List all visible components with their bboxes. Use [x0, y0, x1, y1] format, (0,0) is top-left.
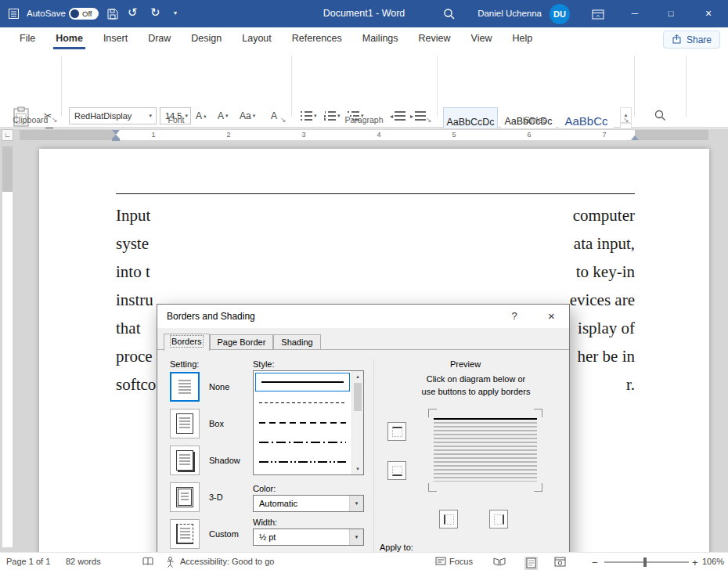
- top-border-toggle-button[interactable]: [387, 422, 406, 441]
- listbox-scrollbar[interactable]: ▴ ▾: [351, 371, 363, 474]
- styles-group-label: Styles: [437, 115, 634, 124]
- autosave-toggle-knob: [70, 9, 79, 18]
- scroll-down-icon[interactable]: ▾: [352, 464, 363, 474]
- right-border-toggle-button[interactable]: [489, 510, 508, 529]
- vertical-ruler: [2, 146, 13, 547]
- font-dialog-launcher-icon[interactable]: ↘: [280, 116, 287, 124]
- share-icon: [672, 34, 682, 46]
- share-label: Share: [687, 34, 712, 45]
- scrollbar-thumb[interactable]: [354, 383, 362, 411]
- style-label: Style:: [253, 359, 275, 369]
- avatar[interactable]: DU: [550, 4, 570, 24]
- chevron-down-icon[interactable]: ▾: [349, 496, 363, 511]
- setting-none[interactable]: None: [170, 372, 229, 402]
- corner-mark: [428, 483, 437, 492]
- ruler-left-margin: [20, 130, 116, 140]
- customize-toolbar-chevron-icon[interactable]: ▾: [174, 9, 177, 16]
- bottom-border-toggle-button[interactable]: [387, 461, 406, 480]
- preview-diagram[interactable]: [428, 409, 542, 492]
- accessibility-status[interactable]: Accessibility: Good to go: [180, 557, 274, 566]
- tab-draw[interactable]: Draw: [138, 27, 181, 51]
- color-dropdown[interactable]: Automatic ▾: [253, 495, 364, 512]
- maximize-button[interactable]: □: [653, 0, 689, 27]
- tab-help[interactable]: Help: [502, 27, 542, 51]
- document-line[interactable]: into tto key-in: [116, 258, 635, 286]
- right-indent-marker[interactable]: [631, 135, 639, 140]
- setting-shadow[interactable]: Shadow: [170, 446, 240, 475]
- style-option-dash[interactable]: [254, 413, 351, 432]
- tab-review[interactable]: Review: [409, 27, 461, 51]
- chevron-down-icon[interactable]: ▾: [349, 529, 363, 545]
- setting-3d-icon: [170, 482, 200, 512]
- style-option-dash-dot-dot[interactable]: [254, 452, 351, 471]
- zoom-out-button[interactable]: −: [592, 557, 598, 568]
- tab-file[interactable]: File: [9, 27, 45, 51]
- font-group-label: Font: [61, 115, 291, 124]
- left-border-toggle-button[interactable]: [439, 510, 458, 529]
- tab-references[interactable]: References: [282, 27, 352, 51]
- document-line[interactable]: Inputcomputer: [116, 201, 635, 229]
- dialog-title: Borders and Shading: [167, 311, 255, 322]
- clipboard-dialog-launcher-icon[interactable]: ↘: [52, 116, 58, 124]
- tab-design[interactable]: Design: [181, 27, 232, 51]
- user-name[interactable]: Daniel Uchenna: [478, 9, 542, 18]
- read-mode-button[interactable]: [493, 557, 506, 568]
- proofing-book-icon[interactable]: [142, 557, 153, 568]
- tab-home[interactable]: Home: [45, 27, 93, 51]
- tab-insert[interactable]: Insert: [93, 27, 138, 51]
- dialog-help-button[interactable]: ?: [499, 305, 530, 328]
- scroll-up-icon[interactable]: ▴: [352, 371, 363, 382]
- right-border-icon: [494, 514, 504, 525]
- word-app-icon[interactable]: [8, 8, 20, 23]
- print-layout-button[interactable]: [524, 557, 538, 570]
- width-dropdown[interactable]: ½ pt ▾: [253, 529, 364, 546]
- style-option-dash-dot[interactable]: [254, 432, 351, 452]
- dialog-tab-page-border[interactable]: Page Border: [210, 334, 274, 350]
- setting-shadow-label: Shadow: [209, 456, 240, 465]
- share-button[interactable]: Share: [663, 31, 720, 49]
- setting-custom[interactable]: Custom: [170, 519, 239, 549]
- magnifier-pencil-icon: [637, 109, 683, 123]
- accessibility-person-icon[interactable]: [166, 557, 175, 569]
- focus-icon[interactable]: [435, 557, 446, 567]
- word-count[interactable]: 82 words: [66, 557, 101, 566]
- focus-button[interactable]: Focus: [449, 557, 473, 566]
- undo-button[interactable]: ↺: [128, 5, 138, 20]
- tab-view[interactable]: View: [461, 27, 503, 51]
- preview-label: Preview: [450, 359, 481, 369]
- setting-box-label: Box: [209, 419, 224, 428]
- page-indicator[interactable]: Page 1 of 1: [6, 557, 50, 566]
- document-line[interactable]: systeata input,: [116, 229, 635, 258]
- autosave-toggle[interactable]: Off: [69, 8, 99, 20]
- zoom-slider-thumb[interactable]: [643, 557, 647, 567]
- dialog-tab-label: Shading: [281, 337, 312, 347]
- ribbon-display-options-icon[interactable]: [592, 9, 604, 23]
- dialog-close-button[interactable]: ×: [534, 305, 569, 328]
- close-button[interactable]: ×: [689, 0, 728, 27]
- zoom-in-button[interactable]: +: [692, 557, 698, 568]
- tab-stop-selector[interactable]: ∟: [2, 129, 13, 141]
- tab-mailings[interactable]: Mailings: [352, 27, 409, 51]
- left-indent-marker[interactable]: [112, 139, 120, 141]
- preview-text-lines: [434, 422, 537, 482]
- tab-layout[interactable]: Layout: [232, 27, 282, 51]
- style-option-fine-dash[interactable]: [254, 393, 351, 413]
- dialog-tab-borders[interactable]: Borders: [164, 334, 210, 351]
- redo-button[interactable]: ↻: [150, 5, 160, 20]
- corner-mark: [428, 409, 437, 417]
- setting-box[interactable]: Box: [170, 409, 224, 438]
- styles-dialog-launcher-icon[interactable]: ↘: [623, 116, 629, 124]
- web-layout-button[interactable]: [554, 557, 566, 568]
- dialog-title-bar[interactable]: Borders and Shading ? ×: [157, 305, 569, 328]
- zoom-percentage[interactable]: 106%: [702, 557, 724, 566]
- dialog-tab-shading[interactable]: Shading: [273, 334, 320, 350]
- paragraph-dialog-launcher-icon[interactable]: ↘: [426, 116, 432, 124]
- paragraph-top-border: [116, 193, 635, 194]
- border-style-listbox[interactable]: ▴ ▾: [253, 370, 364, 475]
- setting-3d[interactable]: 3-D: [170, 482, 223, 512]
- search-icon[interactable]: [443, 8, 455, 23]
- zoom-slider-track[interactable]: [604, 561, 689, 563]
- minimize-button[interactable]: ─: [617, 0, 653, 27]
- style-option-solid[interactable]: [255, 373, 350, 391]
- save-icon[interactable]: [106, 8, 118, 23]
